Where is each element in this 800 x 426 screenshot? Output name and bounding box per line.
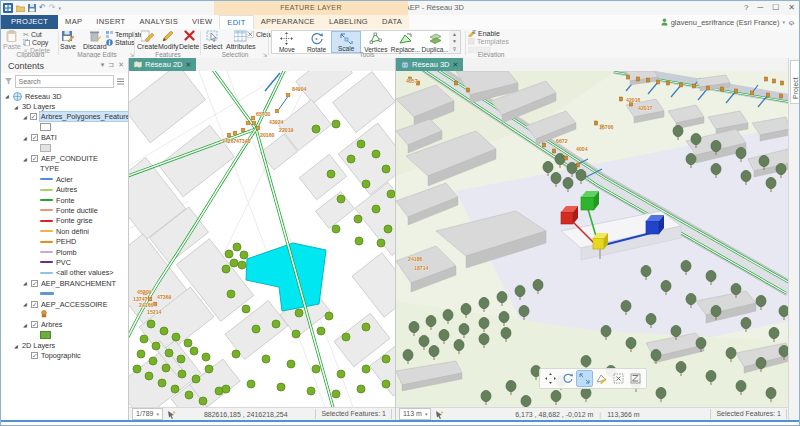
tree-node[interactable]: TYPE <box>1 164 128 174</box>
duplicate-tool[interactable]: Duplica... <box>420 31 450 53</box>
scale-box-3d[interactable]: 113 m▾ <box>399 408 431 420</box>
network-marker-3d[interactable] <box>454 81 457 85</box>
layer-label[interactable]: AEP_BRANCHEMENT <box>41 279 116 288</box>
list-view-icon[interactable] <box>117 78 124 85</box>
search-input[interactable] <box>15 75 114 88</box>
network-marker-3d[interactable] <box>780 81 783 85</box>
layer-label[interactable]: AEP_ACCESSOIRE <box>41 300 108 309</box>
network-marker-3d[interactable] <box>552 149 555 153</box>
layer-label[interactable]: AEP_CONDUITE <box>41 154 98 163</box>
legend-item[interactable]: PEHD <box>1 236 128 246</box>
mini-scale-button[interactable] <box>577 371 592 386</box>
rotate-tool[interactable]: Rotate <box>302 31 332 53</box>
snap-toggle-icon-3d[interactable] <box>435 410 444 419</box>
network-marker-3d[interactable] <box>619 97 622 101</box>
layer-label[interactable]: Arbres_Polygones_FeaturesFro6 <box>40 112 128 121</box>
contents-pin-icon[interactable]: ⊐ <box>108 61 114 69</box>
legend-swatch-row[interactable] <box>1 288 128 298</box>
enable-elevation-button[interactable]: Enable <box>468 30 514 37</box>
tree-node[interactable]: ◢✓BATI <box>1 133 128 143</box>
tab-project[interactable]: PROJECT <box>1 15 58 29</box>
scale-box-2d[interactable]: 1/789▾ <box>132 408 163 420</box>
network-marker-3d[interactable] <box>594 121 597 125</box>
map-canvas-3d[interactable]: 4057167064201642017667240042418618714 <box>396 71 790 407</box>
notifications-icon[interactable] <box>788 18 795 26</box>
network-marker-3d[interactable] <box>636 77 639 81</box>
copy-button[interactable]: Copy <box>23 39 50 46</box>
network-marker-2d[interactable] <box>148 297 152 301</box>
expand-arrow-icon[interactable]: ◢ <box>23 280 28 286</box>
legend-item[interactable]: Autres <box>1 185 128 195</box>
layer-checkbox[interactable]: ✓ <box>31 134 38 141</box>
view-tab-reseau-2d[interactable]: Réseau 2D✕ <box>129 58 196 71</box>
network-marker-3d[interactable] <box>772 79 775 83</box>
layer-checkbox[interactable]: ✓ <box>31 280 38 287</box>
legend-item[interactable]: PVC <box>1 257 128 267</box>
layer-checkbox[interactable]: ✓ <box>31 352 38 359</box>
tab-labeling[interactable]: LABELING <box>322 15 375 29</box>
undo-icon[interactable]: ↶ <box>39 4 46 12</box>
layer-label[interactable]: 3D Layers <box>22 102 55 111</box>
layer-label[interactable]: BATI <box>41 133 57 142</box>
maximize-button[interactable]: ☐ <box>772 3 779 12</box>
layer-label[interactable]: Fonte ductile <box>56 206 98 215</box>
gallery-down-icon[interactable]: ▼ <box>449 38 460 45</box>
close-view-icon-3d[interactable]: ✕ <box>453 61 459 69</box>
network-marker-3d[interactable] <box>542 143 545 147</box>
tab-appearance[interactable]: APPEARANCE <box>254 15 322 29</box>
layer-label[interactable]: <all other values> <box>56 268 114 277</box>
layer-checkbox[interactable]: ✓ <box>30 113 37 120</box>
network-marker-3d[interactable] <box>766 93 769 97</box>
network-marker-3d[interactable] <box>466 88 469 92</box>
network-marker-3d[interactable] <box>646 78 649 82</box>
select-button[interactable]: Select <box>203 29 222 50</box>
layer-label[interactable]: Fonte grise <box>56 216 93 225</box>
network-marker-3d[interactable] <box>779 94 782 98</box>
legend-swatch-row[interactable] <box>1 143 128 153</box>
network-marker-2d[interactable] <box>227 133 231 137</box>
discard-edits-button[interactable]: Discard <box>83 29 107 50</box>
create-button[interactable]: Create <box>137 29 158 50</box>
layer-label[interactable]: Arbres <box>41 320 63 329</box>
redo-icon[interactable]: ↷ <box>49 4 56 12</box>
network-marker-3d[interactable] <box>750 91 753 95</box>
network-marker-2d[interactable] <box>241 128 245 132</box>
network-marker-3d[interactable] <box>656 80 659 84</box>
network-marker-2d[interactable] <box>233 131 237 135</box>
paste-button[interactable]: Paste <box>3 29 21 50</box>
minimize-button[interactable]: ─ <box>757 3 763 12</box>
tab-view[interactable]: VIEW <box>185 15 219 29</box>
account-area[interactable]: glavenu_esrifrance (Esri France) ▾ <box>661 15 795 29</box>
tree-node[interactable]: ◢✓Arbres <box>1 320 128 330</box>
network-marker-2d[interactable] <box>256 126 260 130</box>
close-view-icon[interactable]: ✕ <box>186 61 192 69</box>
tree-node[interactable]: ◢✓AEP_BRANCHEMENT <box>1 278 128 288</box>
tab-edit[interactable]: EDIT <box>219 15 253 29</box>
network-marker-2d[interactable] <box>251 116 255 120</box>
network-marker-3d[interactable] <box>734 89 737 93</box>
tree-node[interactable]: ◢✓AEP_CONDUITE <box>1 153 128 163</box>
tree-node[interactable]: ◢3D Layers <box>1 101 128 111</box>
layer-label[interactable]: TYPE <box>40 164 59 173</box>
scale-tool[interactable]: Scale <box>331 31 361 53</box>
network-marker-3d[interactable] <box>666 81 669 85</box>
contents-menu-icon[interactable]: ▾ <box>101 61 105 69</box>
layer-checkbox[interactable]: ✓ <box>31 321 38 328</box>
network-marker-2d[interactable] <box>246 121 250 125</box>
expand-arrow-icon[interactable]: ◢ <box>5 93 10 99</box>
save-edits-button[interactable]: Save <box>60 29 76 50</box>
expand-arrow-icon[interactable]: ◢ <box>23 301 28 307</box>
expand-arrow-icon[interactable]: ◢ <box>23 114 27 120</box>
filter-icon[interactable] <box>5 78 12 85</box>
selected-features-3d[interactable]: Selected Features: 1 <box>710 409 787 419</box>
replace-tool[interactable]: Replace... <box>391 31 421 53</box>
tab-insert[interactable]: INSERT <box>89 15 132 29</box>
legend-swatch-row[interactable] <box>1 309 128 319</box>
contextual-tab-group[interactable]: FEATURE LAYER <box>214 1 408 16</box>
modify-button[interactable]: Modify <box>158 29 179 50</box>
tree-node[interactable]: ◢✓Arbres_Polygones_FeaturesFro6 <box>1 112 128 122</box>
project-panel-tab[interactable]: Project <box>790 60 800 104</box>
tree-node[interactable]: ◢Réseau 3D <box>1 91 128 101</box>
delete-feature-button[interactable]: Delete <box>179 29 199 50</box>
help-button[interactable]: ? <box>744 3 748 12</box>
